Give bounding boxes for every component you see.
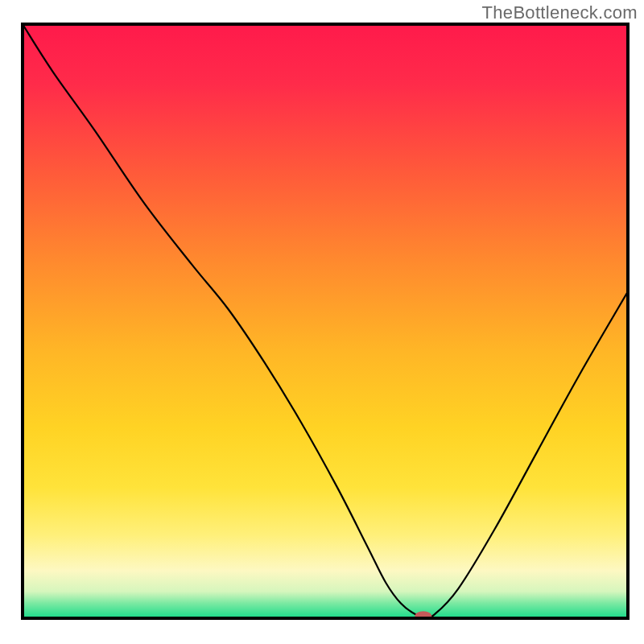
watermark-text: TheBottleneck.com <box>482 2 638 23</box>
chart-frame: TheBottleneck.com <box>0 0 644 644</box>
bottleneck-chart <box>0 0 644 644</box>
minimum-marker <box>415 611 431 621</box>
chart-gradient-background <box>23 24 628 618</box>
